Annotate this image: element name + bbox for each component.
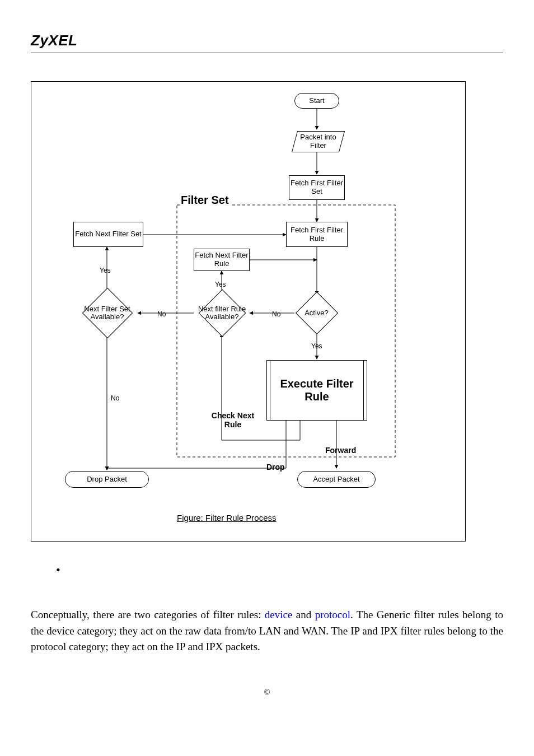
node-fetch-first-rule: Fetch First Filter Rule [286,222,348,247]
label-drop: Drop [266,463,285,472]
node-accept-packet: Accept Packet [297,471,376,488]
label-yes-1: Yes [100,267,111,274]
node-next-rule-available-label: Next filter Rule Available? [193,305,251,321]
node-packet-into-filter: Packet into Filter [292,131,345,152]
label-yes-3: Yes [311,342,322,350]
node-fetch-next-set: Fetch Next Filter Set [73,222,143,247]
node-fetch-next-rule: Fetch Next Filter Rule [194,249,250,271]
node-execute-filter-rule: Execute Filter Rule [266,360,367,421]
body-paragraph: Conceptually, there are two categories o… [31,607,503,655]
brand-logo: ZyXEL [31,32,503,49]
node-next-set-available: Next Filter Set Available? [75,292,139,334]
node-next-rule-available: Next filter Rule Available? [193,292,251,334]
label-no-2: No [272,310,280,318]
node-fetch-first-set: Fetch First Filter Set [289,175,345,200]
node-drop-packet: Drop Packet [65,471,149,488]
body-pre: Conceptually, there are two categories o… [31,609,265,620]
link-device[interactable]: device [265,609,293,620]
body-mid: and [292,609,315,620]
label-no-3: No [111,394,119,402]
label-check-next-rule: Check Next Rule [210,411,255,429]
filter-set-title: Filter Set [180,194,230,207]
copyright: © [0,688,534,697]
node-start: Start [294,93,339,109]
node-next-set-available-label: Next Filter Set Available? [75,305,139,321]
figure-caption: Figure: Filter Rule Process [177,513,277,522]
label-no-1: No [157,310,166,318]
node-active-label: Active? [290,309,343,317]
divider [31,53,503,53]
label-forward: Forward [325,446,356,455]
label-yes-2: Yes [215,281,226,288]
link-protocol[interactable]: protocol [315,609,350,620]
node-packet-into-filter-label: Packet into Filter [295,133,341,150]
flowchart: Start Packet into Filter Fetch First Fil… [31,81,466,542]
node-active: Active? [290,293,343,333]
bullet: • [56,564,503,576]
